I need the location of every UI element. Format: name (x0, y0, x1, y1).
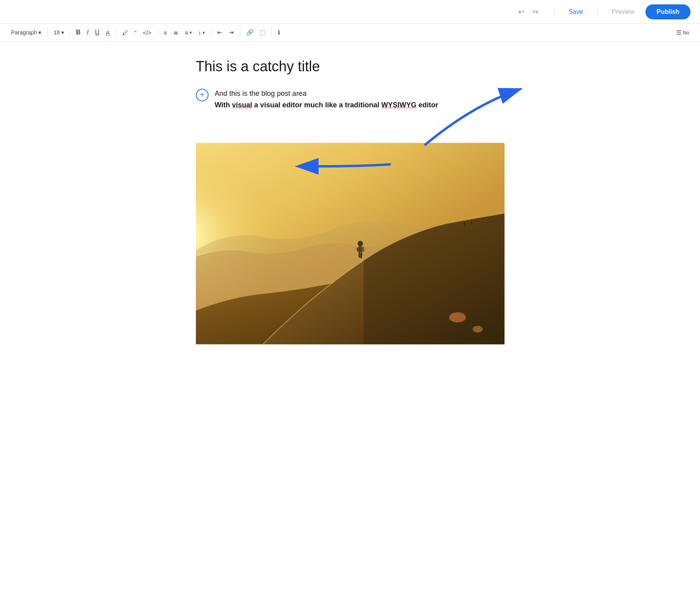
paragraph-label: Paragraph (11, 29, 37, 36)
info-icon: ℹ (278, 29, 280, 36)
line-height-button[interactable]: ↕ ▾ (195, 27, 208, 38)
embed-icon: ⬚ (260, 29, 266, 36)
toolbar-divider-7 (271, 28, 272, 37)
italic-icon: I (87, 29, 89, 36)
preview-button[interactable]: Preview (607, 6, 639, 18)
undo-button[interactable]: ↩ (515, 5, 527, 19)
unordered-list-icon: ≣ (173, 29, 178, 36)
toolbar-divider-4 (157, 28, 158, 37)
font-size-group: 18 ▾ (51, 28, 66, 37)
paragraph-chevron-icon: ▾ (38, 29, 41, 36)
font-color-button[interactable]: A (103, 27, 113, 38)
notes-button[interactable]: ☰ No (673, 27, 692, 38)
info-group: ℹ (275, 27, 283, 38)
editor-area: This is a catchy title + And this is the… (172, 42, 528, 380)
align-icon: ≡ (185, 29, 188, 36)
paragraph-2: With visual a visual editor much like a … (215, 99, 438, 111)
paragraph-2-end: editor (416, 101, 438, 109)
notes-group: ☰ No (673, 27, 692, 38)
svg-rect-14 (196, 143, 505, 345)
ordered-list-icon: ≡ (164, 29, 167, 36)
save-button[interactable]: Save (564, 6, 588, 18)
font-size-chevron-icon: ▾ (61, 29, 64, 36)
align-button[interactable]: ≡ ▾ (182, 27, 195, 38)
link-embed-group: 🔗 ⬚ (243, 27, 268, 38)
highlight-icon: 🖊 (122, 29, 128, 36)
top-bar: ↩ ↪ Save Preview Publish (0, 0, 700, 24)
indent-group: ⇤ ⇥ (214, 27, 237, 38)
info-button[interactable]: ℹ (275, 27, 283, 38)
paragraph-1-text: And this is the blog post area With visu… (215, 88, 438, 120)
code-button[interactable]: </> (140, 27, 154, 38)
quote-button[interactable]: " (132, 27, 139, 38)
underline-icon: U (95, 29, 100, 36)
notes-icon: ☰ (676, 29, 681, 36)
notes-label: No (683, 30, 689, 36)
list-group: ≡ ≣ ≡ ▾ ↕ ▾ (161, 27, 208, 38)
indent-decrease-icon: ⇤ (217, 29, 222, 36)
link-icon: 🔗 (246, 29, 254, 36)
indent-increase-button[interactable]: ⇥ (226, 27, 237, 38)
ordered-list-button[interactable]: ≡ (161, 27, 170, 38)
paragraph-group: Paragraph ▾ (8, 28, 44, 37)
paragraph-2-wysiwyg: WYSIWYG (381, 101, 416, 109)
paragraph-1[interactable]: And this is the blog post area (215, 88, 438, 99)
text-format-group: B I U A (73, 27, 113, 38)
formatting-toolbar: Paragraph ▾ 18 ▾ B I U A 🖊 " </> (0, 24, 700, 42)
quote-icon: " (135, 29, 137, 36)
line-height-chevron-icon: ▾ (203, 30, 205, 35)
bold-icon: B (76, 29, 81, 36)
toolbar-divider-1 (47, 28, 48, 37)
indent-decrease-button[interactable]: ⇤ (214, 27, 225, 38)
editor-image (196, 125, 505, 364)
paragraph-2-with: With (215, 101, 232, 109)
link-button[interactable]: 🔗 (243, 27, 256, 38)
topbar-divider-1 (554, 6, 554, 17)
toolbar-divider-5 (211, 28, 211, 37)
font-size-value: 18 (53, 29, 60, 36)
add-block-button[interactable]: + (196, 89, 209, 101)
publish-button[interactable]: Publish (645, 4, 691, 19)
underline-button[interactable]: U (92, 27, 102, 38)
desert-landscape-svg (196, 125, 505, 362)
italic-button[interactable]: I (84, 27, 91, 38)
unordered-list-button[interactable]: ≣ (171, 27, 181, 38)
paragraph-style-selector[interactable]: Paragraph ▾ (8, 28, 44, 37)
toolbar-divider-3 (116, 28, 116, 37)
indent-increase-icon: ⇥ (229, 29, 234, 36)
code-icon: </> (143, 29, 152, 36)
font-size-selector[interactable]: 18 ▾ (51, 28, 66, 37)
toolbar-divider-6 (240, 28, 240, 37)
insert-group: 🖊 " </> (120, 27, 154, 38)
align-chevron-icon: ▾ (190, 30, 192, 35)
paragraph-2-middle: a visual editor much like a traditional (252, 101, 381, 109)
paragraph-2-visual: visual (232, 101, 252, 109)
post-title[interactable]: This is a catchy title (196, 57, 505, 76)
topbar-divider-2 (597, 6, 598, 17)
redo-button[interactable]: ↪ (529, 5, 541, 19)
bold-button[interactable]: B (73, 27, 83, 38)
embed-button[interactable]: ⬚ (257, 27, 268, 38)
font-color-icon: A (106, 29, 110, 36)
content-row-1: + And this is the blog post area With vi… (196, 88, 505, 120)
toolbar-divider-2 (70, 28, 70, 37)
highlight-button[interactable]: 🖊 (120, 27, 131, 38)
content-wrapper: This is a catchy title + And this is the… (196, 57, 505, 364)
line-height-icon: ↕ (198, 29, 201, 36)
undo-redo-group: ↩ ↪ (515, 5, 541, 19)
